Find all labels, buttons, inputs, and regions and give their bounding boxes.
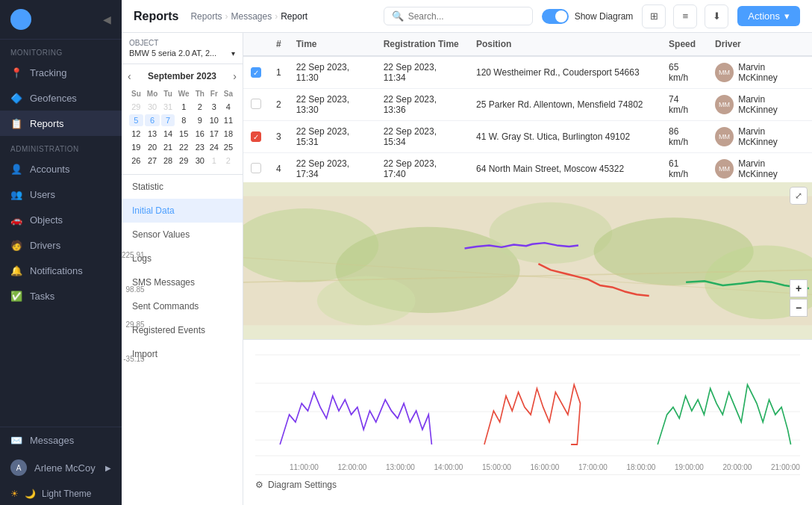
- x-label-1: 12:00:00: [338, 463, 367, 471]
- breadcrumb-report: Report: [281, 11, 307, 22]
- row-reg-time: 22 Sep 2023, 17:40: [376, 153, 469, 183]
- sidebar-item-reports[interactable]: 📋 Reports: [0, 111, 122, 136]
- calendar-day[interactable]: 29: [176, 155, 192, 167]
- calendar-day[interactable]: 22: [176, 141, 192, 153]
- left-menu-registered-events[interactable]: Registered Events: [122, 318, 243, 342]
- row-checkbox[interactable]: ✓: [251, 131, 261, 142]
- left-menu-sms-messages[interactable]: SMS Messages: [122, 270, 243, 294]
- map-zoom-in-btn[interactable]: +: [790, 279, 808, 297]
- left-menu-initial-data[interactable]: Initial Data: [122, 199, 243, 223]
- col-driver: Driver: [708, 33, 812, 56]
- map-zoom-out-btn[interactable]: −: [790, 299, 808, 317]
- theme-toggle[interactable]: ☀ 🌙 Light Theme: [0, 483, 122, 505]
- collapse-icon[interactable]: ◀: [103, 13, 111, 25]
- diagram-settings-btn[interactable]: ⚙ Diagram Settings: [255, 480, 337, 490]
- row-speed: 61 km/h: [661, 153, 708, 183]
- sidebar-item-tasks[interactable]: ✅ Tasks: [0, 283, 122, 309]
- svg-point-6: [317, 276, 416, 326]
- calendar-day[interactable]: 8: [176, 114, 192, 126]
- row-checkbox[interactable]: [251, 99, 261, 109]
- diagram-toggle[interactable]: [542, 9, 569, 24]
- calendar-day[interactable]: 17: [208, 128, 220, 140]
- row-speed: 74 km/h: [661, 89, 708, 121]
- map-expand-btn[interactable]: ⤢: [790, 187, 808, 205]
- calendar-day[interactable]: 26: [129, 155, 143, 167]
- cal-prev-button[interactable]: ‹: [128, 70, 131, 82]
- calendar-day[interactable]: 18: [222, 128, 235, 140]
- calendar-day[interactable]: 6: [145, 114, 160, 126]
- calendar-day[interactable]: 28: [161, 155, 174, 167]
- breadcrumb-messages[interactable]: Messages: [231, 11, 272, 22]
- table-wrapper[interactable]: # Time Registration Time Position Speed …: [243, 33, 812, 182]
- sidebar-item-notifications[interactable]: 🔔 Notifications: [0, 258, 122, 283]
- search-input[interactable]: [408, 11, 520, 22]
- calendar-day[interactable]: 12: [129, 128, 143, 140]
- sidebar-item-geofences[interactable]: 🔷 Geofences: [0, 85, 122, 111]
- moon-icon: 🌙: [25, 489, 36, 499]
- calendar-header: ‹ September 2023 ›: [128, 70, 237, 82]
- row-position: 25 Parker Rd. Allentown, Mensfield 74802: [469, 89, 661, 121]
- map-background: [243, 182, 812, 339]
- download-icon-btn[interactable]: ⬇: [705, 4, 728, 28]
- row-checkbox[interactable]: [251, 163, 261, 173]
- left-menu-sent-commands[interactable]: Sent Commands: [122, 294, 243, 318]
- calendar-day[interactable]: 2: [222, 155, 235, 167]
- driver-name: Marvin McKinney: [738, 94, 805, 115]
- filter-icon-btn[interactable]: ≡: [673, 4, 697, 28]
- calendar-day[interactable]: 3: [208, 101, 220, 113]
- calendar-day[interactable]: 10: [208, 114, 220, 126]
- chart-bottom: ⚙ Diagram Settings: [255, 474, 800, 493]
- x-label-5: 16:00:00: [531, 463, 560, 471]
- sidebar-item-drivers[interactable]: 🧑 Drivers: [0, 232, 122, 258]
- sidebar-item-objects[interactable]: 🚗 Objects: [0, 207, 122, 232]
- calendar-day[interactable]: 24: [208, 141, 220, 153]
- calendar-day[interactable]: 29: [129, 101, 143, 113]
- calendar-day[interactable]: 11: [222, 114, 235, 126]
- actions-button[interactable]: Actions ▾: [737, 6, 800, 26]
- sidebar-item-users[interactable]: 👥 Users: [0, 182, 122, 207]
- sidebar-item-user[interactable]: A Arlene McCoy ▶: [0, 453, 122, 483]
- left-menu-statistic[interactable]: Statistic: [122, 175, 243, 199]
- columns-icon-btn[interactable]: ⊞: [642, 4, 666, 28]
- calendar-day[interactable]: 9: [193, 114, 207, 126]
- calendar-day[interactable]: 16: [193, 128, 207, 140]
- row-num: 3: [269, 121, 289, 153]
- sidebar-item-messages[interactable]: ✉️ Messages: [0, 427, 122, 453]
- sidebar-item-accounts[interactable]: 👤 Accounts: [0, 156, 122, 182]
- calendar-day[interactable]: 31: [161, 101, 174, 113]
- calendar-day[interactable]: 15: [176, 128, 192, 140]
- calendar-day[interactable]: 13: [145, 128, 160, 140]
- calendar-day[interactable]: 23: [193, 141, 207, 153]
- calendar-day[interactable]: 19: [129, 141, 143, 153]
- calendar-day[interactable]: 21: [161, 141, 174, 153]
- sidebar-item-tracking[interactable]: 📍 Tracking: [0, 60, 122, 85]
- calendar-day[interactable]: 30: [193, 155, 207, 167]
- table-row: 222 Sep 2023, 13:3022 Sep 2023, 13:3625 …: [243, 89, 812, 121]
- search-box[interactable]: 🔍: [384, 7, 533, 25]
- row-checkbox[interactable]: ✓: [251, 67, 261, 78]
- left-menu-sensor-values[interactable]: Sensor Values: [122, 223, 243, 247]
- cal-next-button[interactable]: ›: [233, 70, 237, 82]
- sidebar-item-label: Users: [30, 189, 55, 200]
- left-menu-import[interactable]: Import: [122, 342, 243, 366]
- x-label-10: 21:00:00: [771, 463, 800, 471]
- calendar-day[interactable]: 4: [222, 101, 235, 113]
- right-content: # Time Registration Time Position Speed …: [243, 33, 812, 505]
- calendar-day[interactable]: 30: [145, 101, 160, 113]
- calendar-day[interactable]: 14: [161, 128, 174, 140]
- left-menu-logs[interactable]: Logs: [122, 247, 243, 270]
- toggle-switch[interactable]: Show Diagram: [542, 9, 634, 24]
- calendar-day[interactable]: 2: [193, 101, 207, 113]
- calendar-day[interactable]: 1: [176, 101, 192, 113]
- calendar-day[interactable]: 20: [145, 141, 160, 153]
- object-value[interactable]: BMW 5 seria 2.0 AT, 2... ▾: [129, 49, 235, 58]
- calendar-day[interactable]: 27: [145, 155, 160, 167]
- calendar-day[interactable]: 5: [129, 114, 143, 126]
- breadcrumb-reports[interactable]: Reports: [190, 11, 222, 22]
- calendar-day[interactable]: 7: [161, 114, 174, 126]
- row-position: 41 W. Gray St. Utica, Burlington 49102: [469, 121, 661, 153]
- calendar-day[interactable]: 25: [222, 141, 235, 153]
- sidebar-item-label: Drivers: [30, 240, 60, 251]
- calendar-day[interactable]: 1: [208, 155, 220, 167]
- row-num: 2: [269, 89, 289, 121]
